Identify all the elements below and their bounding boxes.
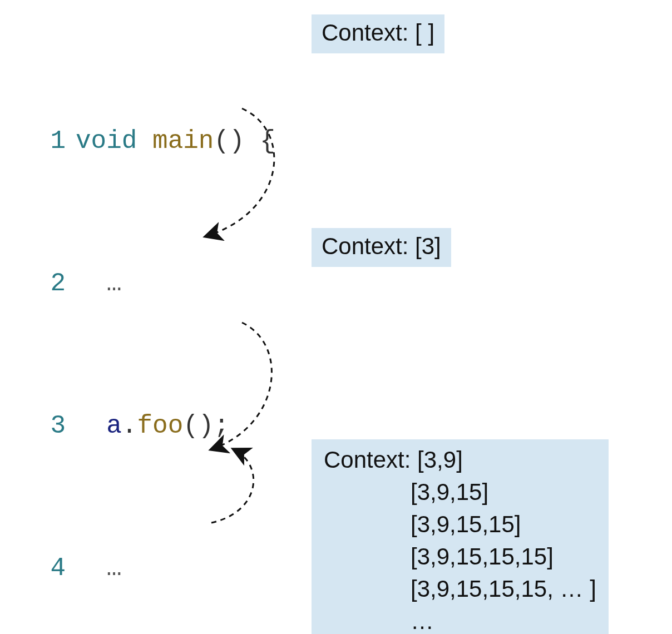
token-fn: foo: [137, 408, 183, 444]
context-annotation-main: Context: [ ]: [312, 14, 444, 53]
code-line: 1 void main() {: [22, 123, 275, 159]
line-number: 3: [22, 408, 76, 444]
line-number: 2: [22, 266, 76, 301]
code-line: 3 a.foo();: [22, 408, 275, 444]
context-value: [ ]: [415, 19, 434, 46]
line-number: 4: [22, 551, 76, 586]
ellipsis: …: [106, 266, 122, 301]
code-line: 4 …: [22, 551, 275, 586]
context-annotation-bar: Context: [3,9] [3,9,15] [3,9,15,15] [3,9…: [312, 439, 609, 634]
context-label: Context:: [324, 447, 417, 473]
context-value: [3]: [415, 233, 441, 259]
context-label: Context:: [322, 233, 415, 259]
ellipsis: …: [106, 551, 122, 586]
context-value: [3,9,15,15,15, … ]: [411, 576, 596, 602]
token-punc: () {: [214, 123, 275, 159]
context-value: [3,9]: [417, 447, 463, 473]
context-label: Context:: [322, 19, 415, 46]
context-annotation-foo: Context: [3]: [312, 228, 451, 267]
code-block: 1 void main() { 2 … 3 a.foo(); 4 … 5 } 6…: [22, 17, 275, 634]
context-value: [3,9,15,15]: [411, 511, 521, 537]
token-fn: main: [152, 123, 214, 159]
line-number: 1: [22, 123, 76, 159]
token-var: a: [106, 408, 122, 444]
ellipsis: …: [411, 608, 434, 634]
code-line: 2 …: [22, 266, 275, 301]
context-value: [3,9,15,15,15]: [411, 543, 554, 569]
context-value: [3,9,15]: [411, 479, 488, 505]
token-keyword: void: [76, 123, 152, 159]
